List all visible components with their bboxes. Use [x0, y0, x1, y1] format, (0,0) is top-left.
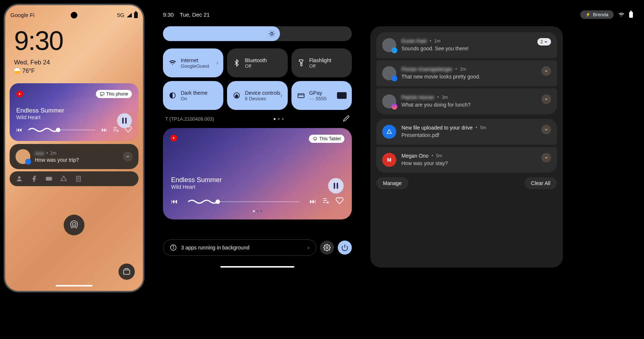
- notification-time: 2m: [50, 151, 57, 156]
- qs-tile-device-controls[interactable]: Device controls6 Devices ›: [227, 81, 287, 110]
- tablet-date: Tue, Dec 21: [180, 11, 210, 18]
- cast-chip[interactable]: This phone: [96, 90, 132, 98]
- wifi-icon: [618, 12, 625, 18]
- track-title: Endless Summer: [171, 176, 344, 184]
- notification-count[interactable]: 2: [537, 38, 551, 46]
- notification-item[interactable]: M Megan Ono • 5m How was your stay?: [376, 147, 557, 173]
- clear-all-button[interactable]: Clear All: [524, 177, 557, 189]
- notification-message: Sounds good. See you there!: [401, 46, 532, 51]
- navigation-handle[interactable]: [220, 266, 294, 268]
- queue-icon[interactable]: [113, 126, 119, 134]
- svg-point-8: [18, 176, 21, 179]
- gmail-icon: M: [382, 153, 396, 167]
- notification-item[interactable]: Eunie Park • 1m Sounds good. See you the…: [376, 32, 557, 58]
- phone-lockscreen: Google Fi 5G 9:30 Wed, Feb 24 76°F This …: [4, 4, 144, 292]
- next-icon[interactable]: ⏭: [101, 127, 107, 133]
- phone-media-card[interactable]: This phone Endless Summer Wild Heart ⏮ ⏭: [10, 83, 139, 141]
- app-icon: [16, 175, 23, 182]
- battery-icon: [134, 12, 138, 18]
- brightness-slider[interactable]: [163, 26, 352, 41]
- notification-message: What are you doing for lunch?: [401, 102, 536, 108]
- notification-time: 2m: [460, 67, 466, 72]
- next-icon[interactable]: ⏭: [310, 198, 316, 205]
- drive-icon: [60, 175, 67, 182]
- notification-sender: Alok: [35, 151, 44, 156]
- navigation-handle[interactable]: [56, 285, 93, 286]
- background-apps-button[interactable]: 3 apps running in background ›: [163, 239, 316, 256]
- svg-point-14: [271, 33, 273, 35]
- svg-point-22: [216, 199, 220, 204]
- lockscreen-clock: 9:30: [5, 18, 143, 59]
- fingerprint-button[interactable]: [64, 215, 84, 235]
- notification-icons-row[interactable]: [10, 171, 139, 186]
- network-label: 5G: [117, 12, 124, 18]
- notification-time: 1m: [434, 38, 441, 44]
- svg-point-1: [56, 128, 60, 132]
- signal-icon: [127, 13, 132, 17]
- media-seekbar[interactable]: [184, 198, 304, 205]
- youtube-music-icon: [16, 91, 23, 97]
- notification-item[interactable]: New file uploaded to your drive • 5m Pre…: [376, 119, 557, 145]
- expand-button[interactable]: [541, 66, 551, 76]
- svg-point-31: [173, 246, 174, 247]
- darktheme-icon: [169, 92, 176, 99]
- favorite-icon[interactable]: [336, 197, 344, 207]
- build-number: T (TP1A.2100409.003): [165, 116, 214, 122]
- previous-icon[interactable]: ⏮: [16, 127, 22, 133]
- weather-widget[interactable]: 76°F: [14, 68, 50, 74]
- wallet-button[interactable]: [119, 264, 135, 280]
- qs-tile-dark-theme[interactable]: Dark themeOn: [163, 81, 223, 110]
- front-camera: [71, 12, 77, 19]
- gear-icon: [323, 244, 331, 251]
- home-icon: [233, 92, 240, 99]
- svg-rect-9: [46, 177, 52, 181]
- youtube-icon: [45, 175, 53, 182]
- notification-avatar: [382, 66, 396, 80]
- tablet-status-bar: 9:30 Tue, Dec 21 ⚡ Brenda: [163, 7, 633, 26]
- phone-notification[interactable]: Alok • 2m How was your trip?: [10, 144, 139, 169]
- manage-button[interactable]: Manage: [376, 177, 408, 189]
- svg-rect-0: [100, 93, 104, 95]
- media-page-indicator: [171, 210, 344, 212]
- card-graphic: [337, 92, 347, 99]
- edit-tiles-button[interactable]: [343, 115, 350, 123]
- queue-icon[interactable]: [322, 197, 330, 206]
- wifi-icon: [169, 59, 176, 67]
- user-chip[interactable]: ⚡ Brenda: [580, 10, 614, 19]
- expand-button[interactable]: [123, 152, 133, 161]
- info-icon: [170, 244, 177, 251]
- qs-tile-internet[interactable]: InternetGoogleGuest ›: [163, 48, 223, 77]
- power-icon: [341, 244, 348, 251]
- card-icon: [297, 92, 305, 99]
- notification-message: How was your stay?: [401, 160, 536, 166]
- notification-avatar: [16, 149, 30, 164]
- pause-button[interactable]: [117, 113, 132, 128]
- tablet-screen: 9:30 Tue, Dec 21 ⚡ Brenda InternetGoogle…: [156, 4, 640, 335]
- carrier-label: Google Fi: [10, 12, 34, 18]
- qs-tile-gpay[interactable]: GPay···· 5555: [291, 81, 352, 110]
- cast-chip[interactable]: This Tablet: [309, 135, 344, 143]
- notification-item[interactable]: Patrick Homer • 3m What are you doing fo…: [376, 88, 557, 114]
- notification-panel: Eunie Park • 1m Sounds good. See you the…: [370, 26, 563, 268]
- svg-rect-13: [124, 270, 130, 274]
- lockscreen-date: Wed, Feb 24: [14, 59, 50, 66]
- expand-button[interactable]: [541, 153, 551, 162]
- media-seekbar[interactable]: [27, 126, 96, 134]
- flashlight-icon: [297, 59, 305, 67]
- svg-rect-18: [298, 94, 304, 98]
- qs-tile-bluetooth[interactable]: BluetoothOff: [227, 48, 287, 77]
- pause-button[interactable]: [328, 178, 344, 194]
- notification-item[interactable]: Florian Koenigsberger • 2m That new movi…: [376, 60, 557, 86]
- expand-button[interactable]: [541, 94, 551, 104]
- power-button[interactable]: [338, 241, 352, 255]
- tablet-media-card[interactable]: This Tablet Endless Summer Wild Heart ⏮ …: [163, 128, 352, 219]
- previous-icon[interactable]: ⏮: [171, 198, 178, 205]
- qs-tile-flashlight[interactable]: FlashlightOff: [291, 48, 352, 77]
- expand-button[interactable]: [541, 125, 551, 134]
- quick-settings-panel: InternetGoogleGuest › BluetoothOff Flash…: [163, 26, 352, 268]
- page-indicator: [274, 118, 284, 120]
- notification-time: 3m: [442, 95, 448, 100]
- chevron-right-icon: ›: [307, 245, 309, 251]
- youtube-music-icon: [170, 135, 177, 141]
- settings-button[interactable]: [320, 241, 334, 255]
